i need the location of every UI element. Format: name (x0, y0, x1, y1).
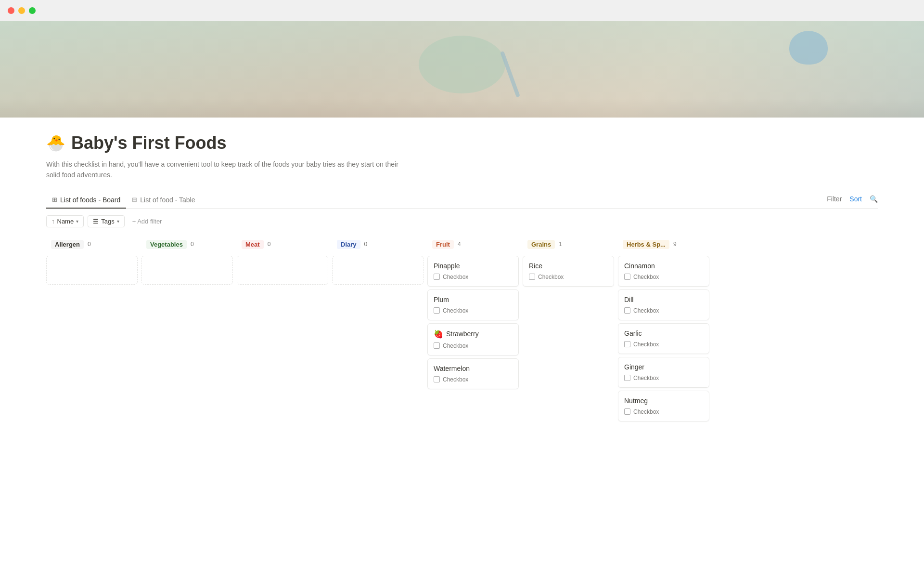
column-meat: Meat0 (237, 236, 328, 424)
table-row[interactable]: 🍓StrawberryCheckbox (427, 323, 519, 355)
table-row[interactable]: WatermelonCheckbox (427, 358, 519, 389)
column-empty-vegetables (141, 256, 233, 285)
window-chrome (0, 0, 924, 21)
column-label-vegetables: Vegetables (146, 240, 187, 249)
column-header-grains: Grains1 (523, 236, 614, 253)
card-field-label-fruit-1: Checkbox (443, 307, 468, 314)
card-field-fruit-3: Checkbox (434, 376, 513, 383)
name-filter-label: Name (57, 218, 74, 225)
column-label-allergen: Allergen (51, 240, 84, 249)
card-field-label-grains-0: Checkbox (538, 274, 564, 280)
column-fruit: Fruit4PinappleCheckboxPlumCheckbox🍓Straw… (427, 236, 519, 424)
table-tab-icon: ⊟ (132, 196, 137, 203)
card-title-grains-0: Rice (529, 262, 608, 270)
name-filter-arrow: ▾ (76, 219, 78, 224)
card-emoji-fruit-2: 🍓 (434, 329, 443, 339)
column-allergen: Allergen0 (46, 236, 138, 424)
card-field-label-herbs-3: Checkbox (633, 375, 659, 381)
table-row[interactable]: GarlicCheckbox (618, 323, 709, 354)
card-field-label-fruit-2: Checkbox (443, 342, 468, 349)
page-description: With this checklist in hand, you'll have… (46, 159, 412, 181)
column-vegetables: Vegetables0 (141, 236, 233, 424)
card-title-text-grains-0: Rice (529, 262, 542, 270)
hero-image (0, 21, 924, 118)
checkbox-icon-fruit-3[interactable] (434, 376, 440, 382)
table-row[interactable]: PinappleCheckbox (427, 256, 519, 287)
tab-board-label: List of foods - Board (60, 196, 120, 204)
column-herbs: Herbs & Sp...9CinnamonCheckboxDillCheckb… (618, 236, 709, 424)
checkbox-icon-herbs-1[interactable] (624, 307, 630, 314)
table-row[interactable]: GingerCheckbox (618, 357, 709, 388)
card-title-fruit-1: Plum (434, 296, 513, 303)
card-field-label-herbs-0: Checkbox (633, 274, 659, 280)
column-header-vegetables: Vegetables0 (141, 236, 233, 253)
card-title-text-herbs-3: Ginger (624, 363, 644, 371)
card-field-herbs-1: Checkbox (624, 307, 703, 314)
filter-button[interactable]: Filter (827, 195, 842, 203)
card-title-herbs-3: Ginger (624, 363, 703, 371)
card-title-fruit-0: Pinapple (434, 262, 513, 270)
card-field-label-herbs-4: Checkbox (633, 408, 659, 415)
tabs-row: ⊞ List of foods - Board ⊟ List of food -… (46, 192, 878, 209)
column-count-grains: 1 (559, 241, 562, 248)
checkbox-icon-fruit-1[interactable] (434, 307, 440, 314)
main-content: 🐣 Baby's First Foods With this checklist… (0, 118, 924, 453)
checkbox-icon-fruit-2[interactable] (434, 342, 440, 349)
column-header-diary: Diary0 (332, 236, 424, 253)
card-field-herbs-4: Checkbox (624, 408, 703, 415)
card-title-fruit-3: Watermelon (434, 365, 513, 372)
checkbox-icon-herbs-3[interactable] (624, 375, 630, 381)
table-row[interactable]: CinnamonCheckbox (618, 256, 709, 287)
board-tab-icon: ⊞ (52, 196, 57, 203)
card-title-herbs-2: Garlic (624, 329, 703, 337)
card-field-fruit-0: Checkbox (434, 274, 513, 280)
tab-board[interactable]: ⊞ List of foods - Board (46, 192, 126, 209)
checkbox-icon-herbs-2[interactable] (624, 341, 630, 347)
column-header-herbs: Herbs & Sp...9 (618, 236, 709, 253)
tags-filter-icon: ☰ (93, 218, 99, 225)
card-title-text-fruit-0: Pinapple (434, 262, 460, 270)
close-button[interactable] (8, 7, 14, 14)
table-row[interactable]: NutmegCheckbox (618, 391, 709, 421)
name-filter-button[interactable]: ↑ Name ▾ (46, 215, 84, 227)
column-header-allergen: Allergen0 (46, 236, 138, 253)
checkbox-icon-herbs-0[interactable] (624, 274, 630, 280)
column-label-meat: Meat (242, 240, 264, 249)
page-icon: 🐣 (46, 134, 65, 152)
column-empty-meat (237, 256, 328, 285)
card-field-label-herbs-2: Checkbox (633, 341, 659, 348)
checkbox-icon-fruit-0[interactable] (434, 274, 440, 280)
tab-table-label: List of food - Table (140, 196, 195, 204)
column-count-allergen: 0 (88, 241, 91, 248)
card-field-label-fruit-0: Checkbox (443, 274, 468, 280)
column-label-grains: Grains (527, 240, 555, 249)
card-field-label-fruit-3: Checkbox (443, 376, 468, 383)
sort-button[interactable]: Sort (849, 195, 862, 203)
add-filter-button[interactable]: + Add filter (128, 216, 166, 227)
checkbox-icon-grains-0[interactable] (529, 274, 535, 280)
minimize-button[interactable] (18, 7, 25, 14)
card-title-herbs-1: Dill (624, 296, 703, 303)
column-count-herbs: 9 (673, 241, 677, 248)
page-header: 🐣 Baby's First Foods (46, 133, 878, 153)
checkbox-icon-herbs-4[interactable] (624, 408, 630, 415)
card-field-herbs-3: Checkbox (624, 375, 703, 381)
column-header-meat: Meat0 (237, 236, 328, 253)
card-field-herbs-2: Checkbox (624, 341, 703, 348)
table-row[interactable]: RiceCheckbox (523, 256, 614, 287)
search-button[interactable]: 🔍 (870, 195, 878, 203)
card-field-label-herbs-1: Checkbox (633, 307, 659, 314)
maximize-button[interactable] (29, 7, 36, 14)
name-filter-icon: ↑ (51, 218, 55, 225)
table-row[interactable]: DillCheckbox (618, 289, 709, 320)
filter-row: ↑ Name ▾ ☰ Tags ▾ + Add filter (46, 209, 878, 234)
tab-controls: Filter Sort 🔍 (827, 195, 878, 205)
column-label-fruit: Fruit (432, 240, 454, 249)
card-field-herbs-0: Checkbox (624, 274, 703, 280)
tags-filter-button[interactable]: ☰ Tags ▾ (88, 215, 124, 227)
table-row[interactable]: PlumCheckbox (427, 289, 519, 320)
column-label-herbs: Herbs & Sp... (623, 240, 669, 249)
card-title-text-herbs-1: Dill (624, 296, 633, 303)
tab-table[interactable]: ⊟ List of food - Table (126, 192, 201, 209)
column-count-vegetables: 0 (191, 241, 194, 248)
